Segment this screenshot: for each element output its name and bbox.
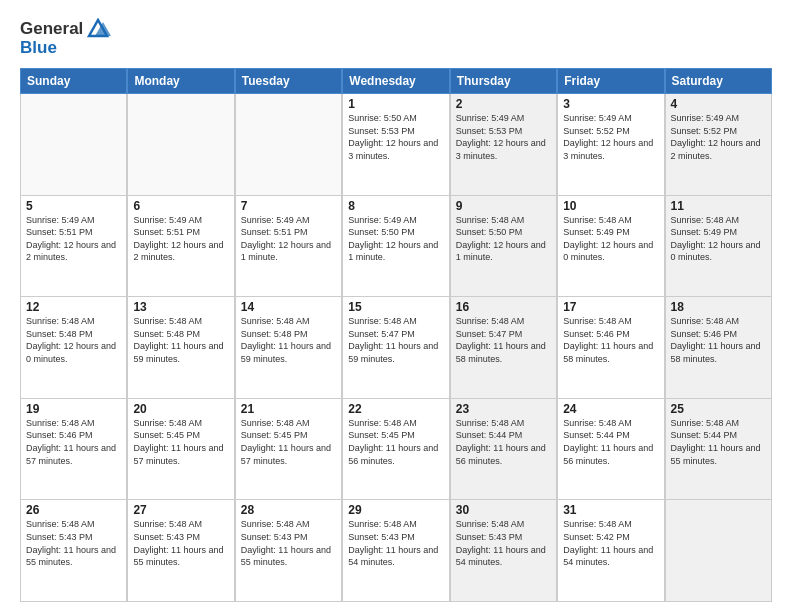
cal-cell: 27Sunrise: 5:48 AM Sunset: 5:43 PM Dayli…: [127, 500, 234, 601]
cell-info: Sunrise: 5:48 AM Sunset: 5:43 PM Dayligh…: [26, 518, 121, 568]
day-number: 4: [671, 97, 766, 111]
day-header-tuesday: Tuesday: [235, 68, 342, 94]
week-row-4: 19Sunrise: 5:48 AM Sunset: 5:46 PM Dayli…: [20, 399, 772, 501]
cal-cell: 15Sunrise: 5:48 AM Sunset: 5:47 PM Dayli…: [342, 297, 449, 398]
day-header-sunday: Sunday: [20, 68, 127, 94]
cal-cell: 14Sunrise: 5:48 AM Sunset: 5:48 PM Dayli…: [235, 297, 342, 398]
cal-cell: 6Sunrise: 5:49 AM Sunset: 5:51 PM Daylig…: [127, 196, 234, 297]
cell-info: Sunrise: 5:48 AM Sunset: 5:43 PM Dayligh…: [133, 518, 228, 568]
logo-blue: Blue: [20, 38, 57, 57]
cell-info: Sunrise: 5:49 AM Sunset: 5:52 PM Dayligh…: [563, 112, 658, 162]
cell-info: Sunrise: 5:48 AM Sunset: 5:47 PM Dayligh…: [348, 315, 443, 365]
cell-info: Sunrise: 5:48 AM Sunset: 5:46 PM Dayligh…: [26, 417, 121, 467]
day-number: 23: [456, 402, 551, 416]
day-number: 16: [456, 300, 551, 314]
day-number: 14: [241, 300, 336, 314]
day-number: 8: [348, 199, 443, 213]
day-number: 11: [671, 199, 766, 213]
day-number: 1: [348, 97, 443, 111]
cell-info: Sunrise: 5:48 AM Sunset: 5:47 PM Dayligh…: [456, 315, 551, 365]
day-number: 20: [133, 402, 228, 416]
cell-info: Sunrise: 5:49 AM Sunset: 5:52 PM Dayligh…: [671, 112, 766, 162]
day-header-saturday: Saturday: [665, 68, 772, 94]
day-number: 13: [133, 300, 228, 314]
cell-info: Sunrise: 5:49 AM Sunset: 5:51 PM Dayligh…: [26, 214, 121, 264]
day-number: 5: [26, 199, 121, 213]
cal-cell: 4Sunrise: 5:49 AM Sunset: 5:52 PM Daylig…: [665, 94, 772, 195]
cal-cell: 13Sunrise: 5:48 AM Sunset: 5:48 PM Dayli…: [127, 297, 234, 398]
day-header-thursday: Thursday: [450, 68, 557, 94]
cell-info: Sunrise: 5:49 AM Sunset: 5:51 PM Dayligh…: [241, 214, 336, 264]
day-header-wednesday: Wednesday: [342, 68, 449, 94]
day-number: 17: [563, 300, 658, 314]
cal-cell: 22Sunrise: 5:48 AM Sunset: 5:45 PM Dayli…: [342, 399, 449, 500]
cell-info: Sunrise: 5:48 AM Sunset: 5:48 PM Dayligh…: [241, 315, 336, 365]
cell-info: Sunrise: 5:48 AM Sunset: 5:43 PM Dayligh…: [456, 518, 551, 568]
cell-info: Sunrise: 5:48 AM Sunset: 5:46 PM Dayligh…: [563, 315, 658, 365]
logo: General Blue: [20, 18, 111, 58]
cal-cell: 19Sunrise: 5:48 AM Sunset: 5:46 PM Dayli…: [20, 399, 127, 500]
cell-info: Sunrise: 5:49 AM Sunset: 5:53 PM Dayligh…: [456, 112, 551, 162]
day-number: 12: [26, 300, 121, 314]
cell-info: Sunrise: 5:50 AM Sunset: 5:53 PM Dayligh…: [348, 112, 443, 162]
calendar-header: SundayMondayTuesdayWednesdayThursdayFrid…: [20, 68, 772, 94]
cell-info: Sunrise: 5:48 AM Sunset: 5:45 PM Dayligh…: [241, 417, 336, 467]
cal-cell: [665, 500, 772, 601]
day-number: 30: [456, 503, 551, 517]
cell-info: Sunrise: 5:48 AM Sunset: 5:45 PM Dayligh…: [348, 417, 443, 467]
cell-info: Sunrise: 5:48 AM Sunset: 5:45 PM Dayligh…: [133, 417, 228, 467]
cal-cell: [20, 94, 127, 195]
day-number: 21: [241, 402, 336, 416]
day-number: 27: [133, 503, 228, 517]
day-number: 9: [456, 199, 551, 213]
cal-cell: 30Sunrise: 5:48 AM Sunset: 5:43 PM Dayli…: [450, 500, 557, 601]
day-number: 6: [133, 199, 228, 213]
logo-general: General: [20, 19, 83, 38]
cal-cell: 5Sunrise: 5:49 AM Sunset: 5:51 PM Daylig…: [20, 196, 127, 297]
cell-info: Sunrise: 5:48 AM Sunset: 5:43 PM Dayligh…: [348, 518, 443, 568]
day-number: 18: [671, 300, 766, 314]
cal-cell: [127, 94, 234, 195]
cal-cell: 24Sunrise: 5:48 AM Sunset: 5:44 PM Dayli…: [557, 399, 664, 500]
page-header: General Blue: [20, 18, 772, 58]
cell-info: Sunrise: 5:48 AM Sunset: 5:44 PM Dayligh…: [563, 417, 658, 467]
day-number: 15: [348, 300, 443, 314]
cal-cell: 21Sunrise: 5:48 AM Sunset: 5:45 PM Dayli…: [235, 399, 342, 500]
cal-cell: 3Sunrise: 5:49 AM Sunset: 5:52 PM Daylig…: [557, 94, 664, 195]
day-header-monday: Monday: [127, 68, 234, 94]
cell-info: Sunrise: 5:48 AM Sunset: 5:43 PM Dayligh…: [241, 518, 336, 568]
calendar: SundayMondayTuesdayWednesdayThursdayFrid…: [20, 68, 772, 602]
day-number: 24: [563, 402, 658, 416]
cal-cell: 29Sunrise: 5:48 AM Sunset: 5:43 PM Dayli…: [342, 500, 449, 601]
day-number: 26: [26, 503, 121, 517]
cal-cell: 12Sunrise: 5:48 AM Sunset: 5:48 PM Dayli…: [20, 297, 127, 398]
day-number: 3: [563, 97, 658, 111]
cal-cell: 17Sunrise: 5:48 AM Sunset: 5:46 PM Dayli…: [557, 297, 664, 398]
day-number: 31: [563, 503, 658, 517]
day-number: 10: [563, 199, 658, 213]
day-number: 29: [348, 503, 443, 517]
week-row-1: 1Sunrise: 5:50 AM Sunset: 5:53 PM Daylig…: [20, 94, 772, 196]
cal-cell: 18Sunrise: 5:48 AM Sunset: 5:46 PM Dayli…: [665, 297, 772, 398]
day-number: 7: [241, 199, 336, 213]
cal-cell: [235, 94, 342, 195]
cal-cell: 31Sunrise: 5:48 AM Sunset: 5:42 PM Dayli…: [557, 500, 664, 601]
week-row-3: 12Sunrise: 5:48 AM Sunset: 5:48 PM Dayli…: [20, 297, 772, 399]
cal-cell: 9Sunrise: 5:48 AM Sunset: 5:50 PM Daylig…: [450, 196, 557, 297]
cell-info: Sunrise: 5:48 AM Sunset: 5:48 PM Dayligh…: [26, 315, 121, 365]
cell-info: Sunrise: 5:48 AM Sunset: 5:50 PM Dayligh…: [456, 214, 551, 264]
day-number: 25: [671, 402, 766, 416]
cal-cell: 26Sunrise: 5:48 AM Sunset: 5:43 PM Dayli…: [20, 500, 127, 601]
cell-info: Sunrise: 5:48 AM Sunset: 5:49 PM Dayligh…: [671, 214, 766, 264]
logo-icon: [85, 18, 111, 40]
cal-cell: 16Sunrise: 5:48 AM Sunset: 5:47 PM Dayli…: [450, 297, 557, 398]
cal-cell: 1Sunrise: 5:50 AM Sunset: 5:53 PM Daylig…: [342, 94, 449, 195]
cal-cell: 25Sunrise: 5:48 AM Sunset: 5:44 PM Dayli…: [665, 399, 772, 500]
cal-cell: 20Sunrise: 5:48 AM Sunset: 5:45 PM Dayli…: [127, 399, 234, 500]
cell-info: Sunrise: 5:49 AM Sunset: 5:50 PM Dayligh…: [348, 214, 443, 264]
cal-cell: 28Sunrise: 5:48 AM Sunset: 5:43 PM Dayli…: [235, 500, 342, 601]
week-row-2: 5Sunrise: 5:49 AM Sunset: 5:51 PM Daylig…: [20, 196, 772, 298]
cell-info: Sunrise: 5:48 AM Sunset: 5:44 PM Dayligh…: [456, 417, 551, 467]
cal-cell: 7Sunrise: 5:49 AM Sunset: 5:51 PM Daylig…: [235, 196, 342, 297]
cal-cell: 8Sunrise: 5:49 AM Sunset: 5:50 PM Daylig…: [342, 196, 449, 297]
